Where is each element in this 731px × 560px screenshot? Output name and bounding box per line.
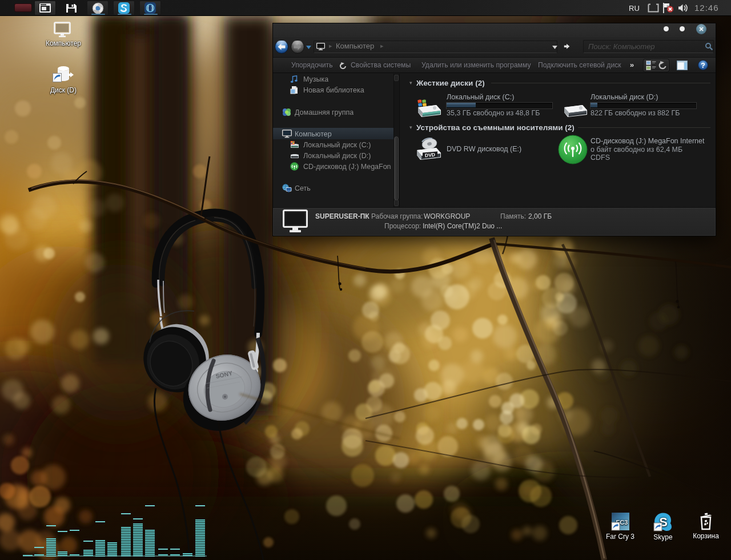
svg-text:DVD: DVD bbox=[425, 152, 435, 159]
